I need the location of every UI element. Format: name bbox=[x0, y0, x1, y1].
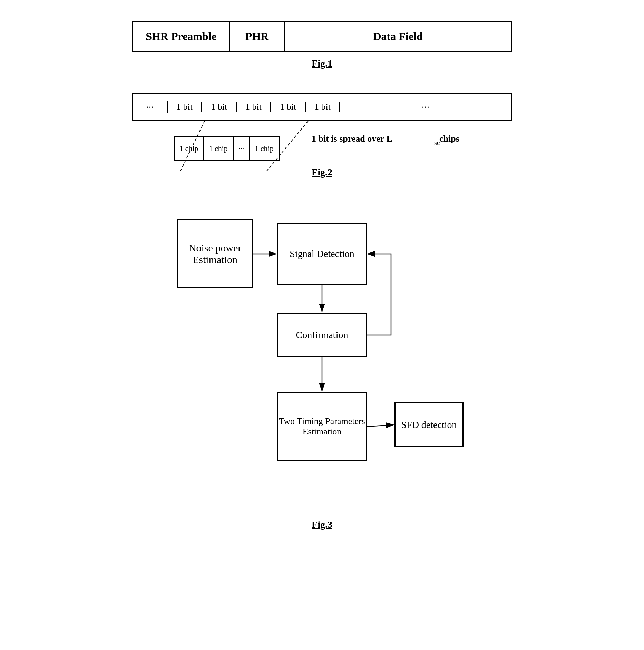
fig1-shr-cell: SHR Preamble bbox=[133, 22, 230, 51]
box-noise-label: Noise power Estimation bbox=[178, 242, 252, 266]
fig2-chip-last: 1 chip bbox=[250, 137, 278, 160]
fig2-bit-1: 1 bit bbox=[168, 102, 202, 112]
fig2-dots-right: ··· bbox=[340, 101, 511, 113]
svg-line-10 bbox=[367, 425, 393, 427]
box-sfd-label: SFD detection bbox=[401, 419, 457, 430]
box-sfd: SFD detection bbox=[394, 402, 464, 447]
fig1-phr-label: PHR bbox=[245, 30, 269, 43]
fig1-shr-label: SHR Preamble bbox=[146, 30, 216, 43]
fig2-bit-4: 1 bit bbox=[271, 102, 306, 112]
fig1-data-label: Data Field bbox=[373, 30, 422, 43]
fig1-caption: Fig.1 bbox=[132, 58, 512, 69]
fig3-caption: Fig.3 bbox=[312, 519, 332, 530]
box-signal: Signal Detection bbox=[277, 223, 367, 285]
box-two-timing-label: Two Timing Parameters Estimation bbox=[278, 416, 366, 437]
fig1-container: SHR Preamble PHR Data Field Fig.1 bbox=[132, 21, 512, 86]
box-confirmation-label: Confirmation bbox=[296, 329, 348, 341]
box-confirmation: Confirmation bbox=[277, 313, 367, 357]
fig2-chip-1: 1 chip bbox=[175, 137, 204, 160]
fig1-table: SHR Preamble PHR Data Field bbox=[132, 21, 512, 52]
fig2-top-row: ··· 1 bit 1 bit 1 bit 1 bit 1 bit ··· bbox=[132, 93, 512, 121]
fig2-chip-2: 1 chip bbox=[204, 137, 233, 160]
fig2-spread-area: 1 bit is spread over L sc chips 1 chip 1… bbox=[132, 121, 512, 161]
fig2-bit-3: 1 bit bbox=[237, 102, 271, 112]
fig2-chip-dots: ··· bbox=[234, 137, 250, 160]
svg-text:1 bit is spread over L: 1 bit is spread over L bbox=[312, 134, 392, 144]
fig1-phr-cell: PHR bbox=[230, 22, 285, 51]
fig3-diagram: Noise power Estimation Signal Detection … bbox=[167, 202, 477, 513]
box-signal-label: Signal Detection bbox=[290, 248, 354, 259]
box-two-timing: Two Timing Parameters Estimation bbox=[277, 392, 367, 461]
box-noise: Noise power Estimation bbox=[177, 219, 253, 288]
svg-text:chips: chips bbox=[439, 134, 459, 144]
fig3-container: Noise power Estimation Signal Detection … bbox=[132, 202, 512, 547]
fig2-bit-5: 1 bit bbox=[306, 102, 340, 112]
fig1-data-cell: Data Field bbox=[285, 22, 511, 51]
fig2-chips-row: 1 chip 1 chip ··· 1 chip bbox=[174, 136, 280, 161]
fig2-dots-left: ··· bbox=[133, 101, 168, 113]
fig2-bit-2: 1 bit bbox=[202, 102, 237, 112]
fig2-container: ··· 1 bit 1 bit 1 bit 1 bit 1 bit ··· 1 … bbox=[132, 93, 512, 195]
